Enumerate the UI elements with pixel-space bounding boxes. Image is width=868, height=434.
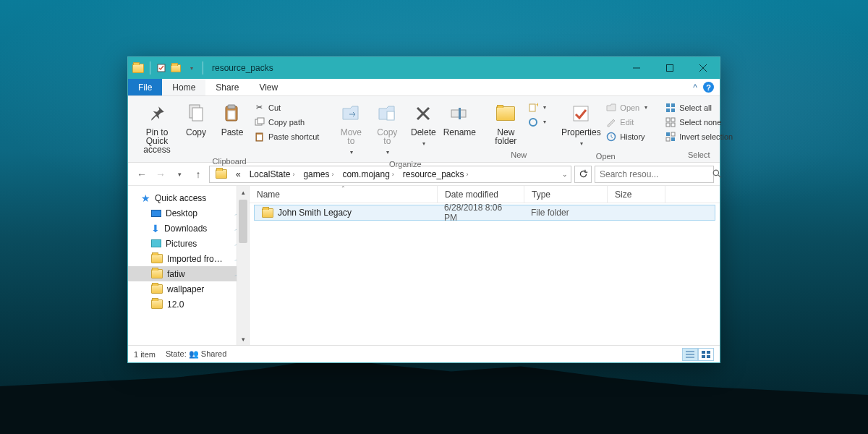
close-button[interactable] [686, 57, 720, 79]
folder-icon [151, 254, 163, 263]
svg-rect-33 [671, 132, 675, 136]
tab-share[interactable]: Share [205, 79, 249, 95]
sidebar-12[interactable]: 12.0 [128, 297, 249, 312]
nav-up-button[interactable]: ↑ [190, 166, 206, 182]
scroll-down-icon[interactable]: ▾ [237, 333, 249, 345]
svg-rect-31 [671, 123, 675, 127]
pin-quick-access-button[interactable]: Pin to Quick access [137, 99, 177, 157]
qat-separator-2 [203, 61, 203, 75]
file-row[interactable]: John Smith Legacy 6/28/2018 8:06 PM File… [254, 205, 715, 221]
breadcrumb-prefix[interactable]: « [230, 166, 244, 182]
open-button[interactable]: Open▾ [603, 101, 650, 114]
qat-customize-icon[interactable]: ▾ [187, 63, 197, 73]
chevron-right-icon[interactable]: › [467, 171, 469, 178]
delete-button[interactable]: Delete▾ [406, 99, 441, 151]
select-none-button[interactable]: Select none [662, 115, 736, 129]
col-size[interactable]: Size [608, 186, 665, 203]
rename-button[interactable]: Rename [442, 99, 477, 140]
copy-path-button[interactable]: Copy path [251, 115, 322, 129]
help-icon[interactable]: ? [703, 82, 714, 93]
sidebar-label: Pictures [166, 239, 197, 249]
svg-rect-25 [671, 103, 675, 107]
copy-button[interactable]: Copy [179, 99, 213, 140]
col-type[interactable]: Type [524, 186, 608, 203]
cut-button[interactable]: ✂Cut [251, 101, 322, 114]
file-list: Name⌃ Date modified Type Size John Smith… [250, 186, 720, 345]
col-date[interactable]: Date modified [438, 186, 524, 203]
sidebar-fatiw[interactable]: fatiw📌 [128, 266, 249, 281]
sidebar-quick-access[interactable]: ★Quick access [128, 190, 249, 205]
nav-recent-button[interactable]: ▾ [171, 166, 187, 182]
new-small-buttons: ✦▾ ▾ [524, 99, 549, 129]
breadcrumb-seg-3[interactable]: resource_packs› [397, 166, 472, 182]
qat-newfolder-icon[interactable] [171, 64, 181, 72]
col-name[interactable]: Name⌃ [250, 186, 438, 203]
maximize-button[interactable] [653, 57, 686, 79]
rename-icon [450, 102, 469, 125]
open-icon [605, 102, 616, 113]
chevron-right-icon[interactable]: › [392, 171, 394, 178]
search-input[interactable] [600, 169, 708, 179]
new-folder-button[interactable]: New folder [488, 99, 523, 148]
refresh-button[interactable] [574, 166, 592, 183]
svg-rect-30 [666, 123, 670, 127]
breadcrumb-seg-0[interactable]: LocalState› [244, 166, 298, 182]
nav-back-button[interactable]: ← [134, 166, 150, 182]
history-button[interactable]: History [603, 129, 650, 143]
sidebar-scrollbar[interactable]: ▴ ▾ [237, 186, 249, 345]
view-details-button[interactable] [682, 348, 698, 361]
paste-shortcut-icon [254, 131, 265, 142]
move-to-label: Move to [341, 128, 362, 145]
folder-icon [151, 284, 163, 294]
minimize-button[interactable] [620, 57, 653, 79]
svg-rect-2 [667, 65, 673, 72]
sidebar-desktop[interactable]: Desktop📌 [128, 205, 249, 221]
address-bar[interactable]: « LocalState› games› com.mojang› resourc… [209, 166, 571, 183]
paste-shortcut-label: Paste shortcut [268, 132, 319, 141]
svg-rect-11 [258, 118, 264, 124]
body-area: ★Quick access Desktop📌 ⬇Downloads📌 Pictu… [128, 186, 720, 345]
scroll-up-icon[interactable]: ▴ [237, 186, 249, 198]
sidebar-downloads[interactable]: ⬇Downloads📌 [128, 221, 249, 236]
svg-point-36 [713, 170, 718, 175]
paste-shortcut-button[interactable]: Paste shortcut [251, 129, 322, 143]
folder-icon [151, 269, 163, 278]
properties-button[interactable]: Properties▾ [561, 99, 601, 151]
view-icons-button[interactable] [698, 348, 714, 361]
tab-view[interactable]: View [249, 79, 288, 95]
tab-home[interactable]: Home [162, 79, 205, 95]
edit-icon [605, 116, 616, 127]
svg-rect-32 [666, 132, 670, 136]
select-all-button[interactable]: Select all [662, 101, 736, 114]
ribbon-collapse-icon[interactable]: ^ [693, 82, 697, 93]
star-icon: ★ [141, 192, 150, 204]
svg-rect-18 [459, 108, 461, 119]
scroll-thumb[interactable] [239, 200, 247, 243]
sidebar-imported[interactable]: Imported from F📌 [128, 251, 249, 266]
sidebar-wallpaper[interactable]: wallpaper [128, 281, 249, 297]
properties-label: Properties [561, 128, 601, 137]
search-box[interactable] [595, 166, 714, 183]
paste-button[interactable]: Paste [215, 99, 250, 140]
tab-file[interactable]: File [128, 79, 162, 95]
new-item-button[interactable]: ✦▾ [524, 101, 549, 114]
svg-rect-22 [574, 106, 588, 121]
breadcrumb-seg-1[interactable]: games› [297, 166, 336, 182]
chevron-right-icon[interactable]: › [331, 171, 333, 178]
app-folder-icon [132, 64, 144, 73]
nav-forward-button[interactable]: → [153, 166, 169, 182]
chevron-right-icon[interactable]: › [292, 171, 294, 178]
status-bar: 1 item State: 👥 Shared [128, 345, 720, 362]
quick-access-toolbar: ▾ [128, 61, 209, 75]
invert-selection-button[interactable]: Invert selection [662, 129, 736, 143]
copy-to-button[interactable]: Copy to▾ [370, 99, 404, 160]
edit-button[interactable]: Edit [603, 115, 650, 129]
easy-access-button[interactable]: ▾ [524, 115, 549, 129]
sidebar-pictures[interactable]: Pictures📌 [128, 236, 249, 251]
breadcrumb-seg-2[interactable]: com.mojang› [336, 166, 396, 182]
new-item-icon: ✦ [527, 102, 538, 113]
move-to-button[interactable]: Move to▾ [333, 99, 368, 160]
qat-properties-icon[interactable] [156, 63, 166, 73]
addr-dropdown-icon[interactable]: ⌄ [556, 166, 571, 182]
folder-icon [262, 208, 273, 218]
